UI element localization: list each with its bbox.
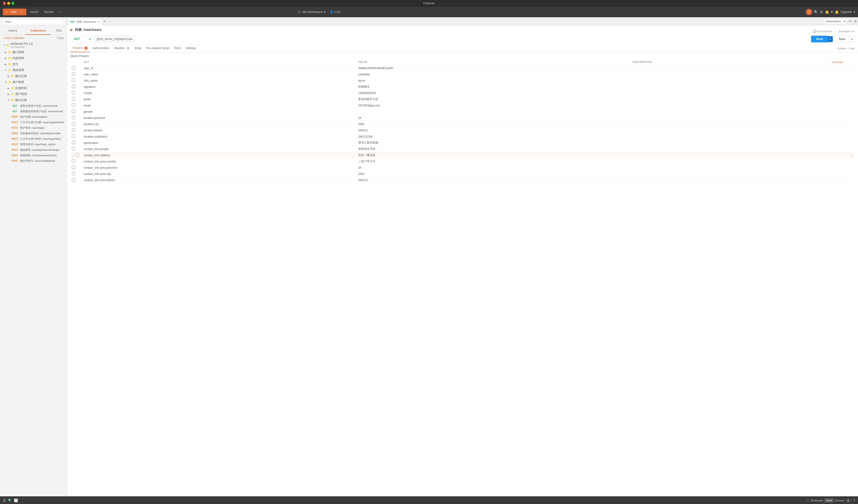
param-value-cell[interactable]: 墙书工集至权能 [357, 140, 631, 146]
help-icon[interactable]: ? [853, 499, 855, 502]
sidebar-toggle-icon[interactable]: ☰ [3, 499, 6, 502]
new-tab-button[interactable]: + [102, 19, 107, 23]
param-key-cell[interactable]: location.district [82, 127, 357, 133]
param-key-cell[interactable]: location.subdistrict [82, 133, 357, 140]
param-description-cell[interactable] [631, 159, 827, 165]
param-key-cell[interactable]: geolocation [82, 140, 357, 146]
param-checkbox[interactable] [72, 141, 75, 144]
console-icon[interactable]: ⬜ [14, 499, 18, 502]
browse-button[interactable]: Browse [835, 499, 844, 502]
param-checkbox[interactable] [72, 66, 75, 69]
tab-headers[interactable]: Headers 8 [112, 45, 132, 52]
share-icon[interactable]: ↑ [851, 499, 852, 502]
param-value-cell[interactable]: 5e8fdc1f3004cf9e887a2d97 [357, 65, 631, 71]
bootcamp-button[interactable]: 🎓 Bootcamp [807, 499, 823, 502]
new-label[interactable]: New [9, 10, 19, 14]
param-checkbox[interactable] [72, 122, 75, 125]
param-value-cell[interactable]: 340123 [357, 177, 631, 183]
param-key-cell[interactable]: contact_info.area.city [82, 171, 357, 177]
param-checkbox[interactable] [72, 72, 75, 76]
param-checkbox[interactable] [72, 91, 75, 94]
maximize-button[interactable] [12, 2, 14, 5]
folder-default-cat2[interactable]: ▼ 📁 默认分类 ··· [0, 97, 67, 103]
param-checkbox[interactable] [72, 79, 75, 82]
runner-button[interactable]: Runner [42, 9, 55, 15]
param-checkbox[interactable] [72, 166, 75, 169]
folder-user-sub[interactable]: ▶ 📁 用户管理 [0, 91, 67, 97]
param-value-cell[interactable]: 340123106 [357, 133, 631, 140]
new-collection-button[interactable]: + New Collection [3, 36, 25, 40]
delete-row-button[interactable]: ✕ [851, 153, 853, 157]
param-description-cell[interactable] [631, 96, 827, 102]
endpoint-login[interactable]: POST 用户登录: /user/login [0, 125, 67, 131]
param-key-cell[interactable]: location.city [82, 121, 357, 127]
param-checkbox[interactable] [72, 147, 75, 150]
collection-root[interactable]: ▼ 📁 HoServer Pro 1.0 53 requests [0, 41, 67, 49]
param-key-cell[interactable]: signature [82, 84, 357, 90]
param-description-cell[interactable] [631, 65, 827, 71]
save-button[interactable]: Save [835, 35, 849, 43]
endpoint-mobile-bind[interactable]: POST 绑定手机号: /user/mobile/bind [0, 158, 67, 164]
param-key-cell[interactable]: contact_info.area.country [82, 159, 357, 165]
examples-link[interactable]: Examples 0 ▾ [839, 30, 855, 33]
param-checkbox[interactable] [72, 97, 75, 100]
settings-button[interactable]: ⚙ [854, 19, 857, 23]
param-value-cell[interactable]: 积很难没 [357, 84, 631, 90]
folder-region[interactable]: ▶ 📁 区域代码 [0, 85, 67, 91]
url-input[interactable] [94, 36, 135, 42]
endpoint-password-change[interactable]: POST 修改密码: /user/password/change [0, 147, 67, 153]
code-link[interactable]: Code [848, 47, 855, 50]
endpoint-login-third[interactable]: POST 三方平台用户登录: /user/login/third [0, 136, 67, 142]
eye-button[interactable]: 👁 [849, 19, 852, 23]
param-description-cell[interactable] [631, 71, 827, 78]
param-key-cell[interactable]: user_id [82, 65, 357, 71]
tab-history[interactable]: History [0, 27, 26, 35]
close-button[interactable] [3, 2, 6, 5]
param-key-cell[interactable]: prefix [82, 96, 357, 102]
tab-params[interactable]: Params ● [70, 44, 90, 52]
minimize-button[interactable] [7, 2, 10, 5]
cookies-link[interactable]: Cookies [837, 47, 846, 50]
tab-pre-request[interactable]: Pre-request Script [144, 45, 172, 52]
param-value-cell[interactable]: 3401 [357, 171, 631, 177]
tab-more-button[interactable]: ··· [107, 19, 112, 23]
import-button[interactable]: Import [28, 9, 40, 15]
endpoint-register-third[interactable]: POST 三方平台用户注册: /user/register/third [0, 120, 67, 125]
settings-icon[interactable]: ⚙ [820, 10, 823, 14]
param-key-cell[interactable]: mobile [82, 90, 357, 96]
param-value-cell[interactable]: 先结一重克县 [357, 152, 631, 159]
endpoint-current[interactable]: GET 获取当前用户信息: /user/current [0, 103, 67, 109]
param-description-cell[interactable] [631, 152, 827, 159]
new-dropdown-arrow[interactable]: ▾ [20, 11, 24, 13]
invite-button[interactable]: 👤 Invite [328, 9, 343, 15]
search-icon[interactable]: 🔍 [814, 10, 818, 14]
param-checkbox[interactable] [72, 85, 75, 88]
more-options-button[interactable]: ··· [829, 60, 832, 64]
param-description-cell[interactable] [631, 121, 827, 127]
fork-button[interactable]: ⑂ ▾ [57, 9, 65, 15]
comments-link[interactable]: 💬 Comments 0 [813, 30, 832, 33]
param-description-cell[interactable] [631, 127, 827, 133]
param-value-cell[interactable] [357, 109, 631, 115]
bell-icon[interactable]: 🔔 [835, 10, 839, 14]
param-description-cell[interactable] [631, 133, 827, 140]
param-key-cell[interactable]: contact_info.area.district [82, 177, 357, 183]
search-input[interactable] [3, 19, 64, 25]
tab-apis[interactable]: APIs [51, 27, 67, 35]
param-key-cell[interactable]: contact_info.address [82, 152, 357, 159]
param-value-cell[interactable]: 34 [357, 115, 631, 121]
param-key-cell[interactable]: user_name [82, 71, 357, 78]
param-description-cell[interactable] [631, 84, 827, 90]
endpoint-login-admin[interactable]: POST 管理员登录: /user/login_admin [0, 142, 67, 147]
param-value-cell[interactable]: 34 [357, 165, 631, 171]
trash-button[interactable]: Trash [57, 36, 64, 40]
param-value-cell[interactable]: 二强了导今可 [357, 159, 631, 165]
search-icon[interactable]: 🔍 [8, 499, 12, 502]
tab-tests[interactable]: Tests [172, 45, 183, 52]
param-description-cell[interactable] [631, 171, 827, 177]
param-value-cell[interactable]: byvor [357, 78, 631, 84]
send-button[interactable]: Send [811, 36, 828, 42]
endpoint-password-reset[interactable]: POST 重置密码: /user/password/reset [0, 153, 67, 158]
param-description-cell[interactable] [631, 90, 827, 96]
bulk-edit-button[interactable]: Bulk Edit [832, 61, 843, 64]
